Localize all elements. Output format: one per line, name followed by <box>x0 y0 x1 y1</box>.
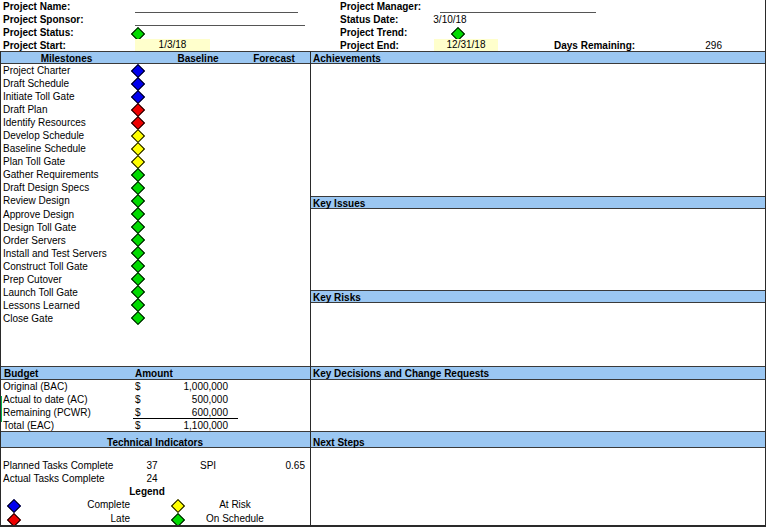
status-diamond-icon <box>131 129 145 143</box>
budget-row-label: Total (EAC) <box>0 420 54 431</box>
milestone-label: Launch Toll Gate <box>0 287 78 298</box>
status-diamond-icon <box>131 63 145 77</box>
project-manager-input[interactable] <box>440 2 596 13</box>
key-issues-content-area[interactable] <box>311 209 765 290</box>
amount-column-header: Amount <box>135 368 173 379</box>
baseline-column-header: Baseline <box>166 53 230 64</box>
spi-value: 0.65 <box>260 460 305 471</box>
status-date-label: Status Date: <box>340 14 398 25</box>
milestone-label: Close Gate <box>0 313 53 324</box>
budget-row: Remaining (PCWR)$600,000 <box>0 406 310 419</box>
milestone-label: Gather Requirements <box>0 169 99 180</box>
milestone-row: Identify Resources <box>0 116 309 129</box>
key-decisions-bar: Key Decisions and Change Requests <box>310 366 766 380</box>
milestone-row: Develop Schedule <box>0 129 309 142</box>
project-end-label: Project End: <box>340 40 399 51</box>
milestone-row: Design Toll Gate <box>0 221 309 234</box>
key-risks-bar: Key Risks <box>310 290 766 303</box>
milestone-row: Prep Cutover <box>0 273 309 286</box>
left-border-line <box>0 51 1 526</box>
legend-on-schedule-label: On Schedule <box>193 513 277 524</box>
milestone-label: Design Toll Gate <box>0 222 76 233</box>
planned-tasks-value: 37 <box>137 460 167 471</box>
project-sponsor-label: Project Sponsor: <box>3 14 84 25</box>
status-diamond-icon <box>131 181 145 195</box>
status-diamond-icon <box>131 90 145 104</box>
status-diamond-icon <box>131 168 145 182</box>
milestone-label: Plan Toll Gate <box>0 156 65 167</box>
milestone-row: Draft Schedule <box>0 77 309 90</box>
project-start-label: Project Start: <box>3 40 66 51</box>
milestone-label: Lessons Learned <box>0 300 80 311</box>
project-start-cell[interactable]: 1/3/18 <box>135 39 210 51</box>
milestone-row: Draft Design Specs <box>0 181 309 194</box>
budget-amount-value: 600,000 <box>150 406 228 419</box>
budget-row-label: Remaining (PCWR) <box>0 407 91 418</box>
milestone-row: Close Gate <box>0 312 309 325</box>
milestone-row: Approve Design <box>0 208 309 221</box>
status-diamond-icon <box>131 142 145 156</box>
status-diamond-icon <box>131 194 145 208</box>
bottom-border-line <box>0 525 766 527</box>
milestone-row: Baseline Schedule <box>0 142 309 155</box>
budget-row: Actual to date (AC)$500,000 <box>0 393 310 406</box>
project-status-label: Project Status: <box>3 27 74 38</box>
milestone-label: Project Charter <box>0 65 70 76</box>
milestone-row: Draft Plan <box>0 103 309 116</box>
budget-currency-symbol: $ <box>135 406 141 419</box>
milestone-row: Plan Toll Gate <box>0 155 309 168</box>
key-decisions-header: Key Decisions and Change Requests <box>313 368 489 379</box>
key-risks-header: Key Risks <box>313 292 361 303</box>
project-end-cell[interactable]: 12/31/18 <box>434 39 498 51</box>
milestone-row: Order Servers <box>0 234 309 247</box>
milestone-label: Prep Cutover <box>0 274 62 285</box>
budget-row: Original (BAC)$1,000,000 <box>0 380 310 393</box>
project-sponsor-input[interactable] <box>135 15 305 26</box>
project-name-label: Project Name: <box>3 1 70 12</box>
budget-currency-symbol: $ <box>135 380 141 393</box>
legend-at-risk-label: At Risk <box>193 499 277 510</box>
milestone-label: Order Servers <box>0 235 66 246</box>
milestone-row: Initiate Toll Gate <box>0 90 309 103</box>
next-steps-content-area[interactable] <box>311 448 765 525</box>
status-diamond-icon <box>131 116 145 130</box>
budget-currency-symbol: $ <box>135 393 141 406</box>
achievements-content-area[interactable] <box>311 64 765 196</box>
budget-header: Budget <box>4 368 38 379</box>
status-diamond-icon <box>131 103 145 117</box>
project-trend-label: Project Trend: <box>340 27 407 38</box>
status-diamond-icon <box>131 76 145 90</box>
project-status-report: Project Name: Project Sponsor: Project S… <box>0 0 768 528</box>
milestone-row: Project Charter <box>0 64 309 77</box>
status-diamond-icon <box>131 155 145 169</box>
legend-complete-label: Complete <box>40 499 130 510</box>
status-diamond-icon <box>131 311 145 325</box>
key-issues-bar: Key Issues <box>310 196 766 209</box>
planned-tasks-label: Planned Tasks Complete <box>3 460 113 471</box>
budget-bar: Budget Amount <box>0 366 310 380</box>
status-date-value[interactable]: 3/10/18 <box>425 14 475 25</box>
milestone-row: Gather Requirements <box>0 168 309 181</box>
legend-late-label: Late <box>40 513 130 524</box>
milestone-label: Identify Resources <box>0 117 86 128</box>
budget-amount-value: 1,000,000 <box>150 380 228 393</box>
key-decisions-content-area[interactable] <box>311 380 765 431</box>
legend-title: Legend <box>97 486 197 497</box>
forecast-column-header: Forecast <box>242 53 306 64</box>
right-border-line <box>765 0 766 526</box>
spi-label: SPI <box>200 460 216 471</box>
milestone-label: Draft Plan <box>0 104 47 115</box>
key-risks-content-area[interactable] <box>311 303 765 366</box>
milestone-row: Review Design <box>0 194 309 207</box>
achievements-header: Achievements <box>313 53 381 64</box>
milestones-list: Project CharterDraft ScheduleInitiate To… <box>0 64 309 326</box>
milestone-row: Lessons Learned <box>0 299 309 312</box>
technical-indicators-bar: Technical Indicators <box>0 431 310 448</box>
milestone-label: Draft Design Specs <box>0 182 89 193</box>
milestones-header: Milestones <box>0 53 133 64</box>
milestone-label: Baseline Schedule <box>0 143 86 154</box>
top-section-bar: Milestones Baseline Forecast Achievement… <box>0 51 766 64</box>
project-manager-label: Project Manager: <box>340 1 421 12</box>
legend-complete-diamond-icon <box>7 499 21 513</box>
project-name-input[interactable] <box>135 2 298 13</box>
